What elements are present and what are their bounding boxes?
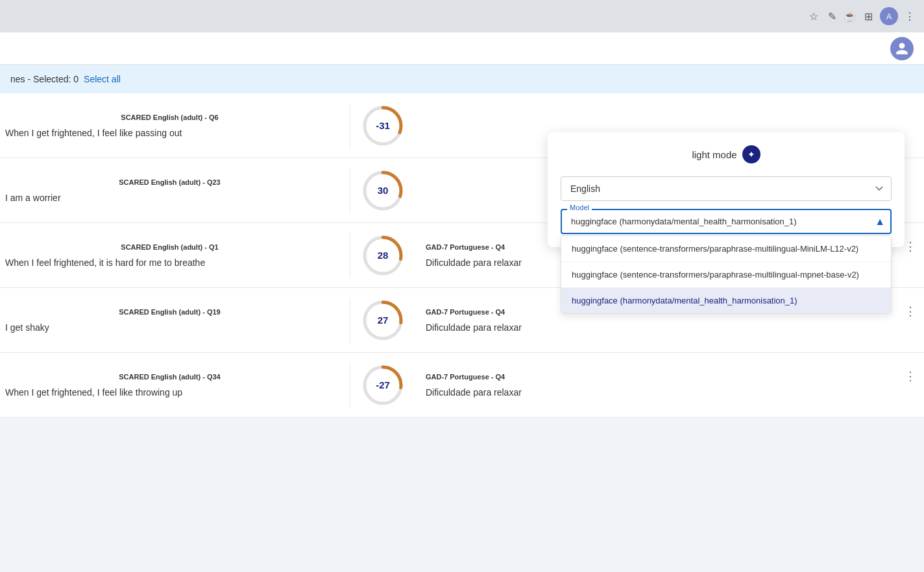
theme-icon[interactable]: ✦ <box>742 145 760 163</box>
chrome-avatar[interactable]: A <box>880 7 898 25</box>
score-value: -31 <box>376 120 390 131</box>
selection-bar: nes - Selected: 0 Select all <box>0 65 924 93</box>
question-label: SCARED English (adult) - Q6 <box>0 113 339 121</box>
score-cell: -27 <box>350 354 415 416</box>
panel-header: light mode ✦ <box>561 145 892 163</box>
more-options-button[interactable]: ⋮ <box>905 370 916 382</box>
left-cell: SCARED English (adult) - Q6 When I get f… <box>0 103 350 149</box>
model-select[interactable]: huggingface (sentence-transformers/parap… <box>561 209 892 234</box>
score-value: 30 <box>378 185 389 196</box>
score-cell: -31 <box>350 95 415 157</box>
right-text: Dificuldade para relaxar <box>426 322 914 333</box>
score-circle: 30 <box>362 170 404 211</box>
score-cell: 27 <box>350 289 415 352</box>
question-text: When I feel frightened, it is hard for m… <box>0 257 339 268</box>
left-cell: SCARED English (adult) - Q19 I get shaky <box>0 298 350 343</box>
question-text: When I get frightened, I feel like passi… <box>0 128 339 138</box>
model-select-wrapper: Model huggingface (sentence-transformers… <box>561 209 892 234</box>
score-circle: -27 <box>362 364 404 406</box>
edit-icon[interactable]: ✎ <box>825 10 838 23</box>
panel-title: light mode <box>692 149 736 160</box>
question-text: I get shaky <box>0 322 339 333</box>
score-value: -27 <box>376 379 390 390</box>
score-value: 27 <box>378 315 389 326</box>
select-all-link[interactable]: Select all <box>84 74 121 84</box>
more-options-button[interactable]: ⋮ <box>905 305 916 317</box>
question-text: I am a worrier <box>0 193 339 203</box>
model-options-dropdown: huggingface (sentence-transformers/parap… <box>561 235 892 314</box>
score-cell: 28 <box>350 224 415 287</box>
right-text: Dificuldade para relaxar <box>426 387 914 398</box>
left-cell: SCARED English (adult) - Q1 When I feel … <box>0 233 350 278</box>
main-content: SCARED English (adult) - Q6 When I get f… <box>0 93 924 418</box>
table-row: SCARED English (adult) - Q34 When I get … <box>0 353 924 418</box>
right-label: GAD-7 Portuguese - Q4 <box>426 373 914 381</box>
question-label: SCARED English (adult) - Q34 <box>0 373 339 381</box>
right-cell: GAD-7 Portuguese - Q4 Dificuldade para r… <box>415 363 924 408</box>
score-circle: -31 <box>362 105 404 147</box>
score-circle: 27 <box>362 300 404 341</box>
left-cell: SCARED English (adult) - Q23 I am a worr… <box>0 168 350 213</box>
menu-icon[interactable]: ⋮ <box>903 10 916 23</box>
settings-panel: light mode ✦ English Portuguese Spanish … <box>548 132 905 247</box>
model-option-3-selected[interactable]: huggingface (harmonydata/mental_health_h… <box>561 288 891 313</box>
language-select[interactable]: English Portuguese Spanish French <box>561 176 892 201</box>
chrome-bar: ☆ ✎ ☕ ⊞ A ⋮ <box>0 0 924 32</box>
model-option-1[interactable]: huggingface (sentence-transformers/parap… <box>561 236 891 262</box>
user-bar <box>0 32 924 65</box>
model-option-2[interactable]: huggingface (sentence-transformers/parap… <box>561 262 891 288</box>
star-icon[interactable]: ☆ <box>807 10 820 23</box>
user-avatar[interactable] <box>890 37 914 60</box>
score-value: 28 <box>378 250 389 261</box>
coffee-icon[interactable]: ☕ <box>844 10 857 23</box>
model-select-label: Model <box>567 204 592 211</box>
question-text: When I get frightened, I feel like throw… <box>0 387 339 398</box>
left-cell: SCARED English (adult) - Q34 When I get … <box>0 363 350 408</box>
extensions-icon[interactable]: ⊞ <box>862 10 875 23</box>
score-circle: 28 <box>362 235 404 276</box>
question-label: SCARED English (adult) - Q1 <box>0 243 339 251</box>
more-options-button[interactable]: ⋮ <box>905 241 916 252</box>
question-label: SCARED English (adult) - Q23 <box>0 178 339 186</box>
question-label: SCARED English (adult) - Q19 <box>0 308 339 316</box>
selection-count: nes - Selected: 0 <box>10 74 79 84</box>
score-cell: 30 <box>350 160 415 222</box>
